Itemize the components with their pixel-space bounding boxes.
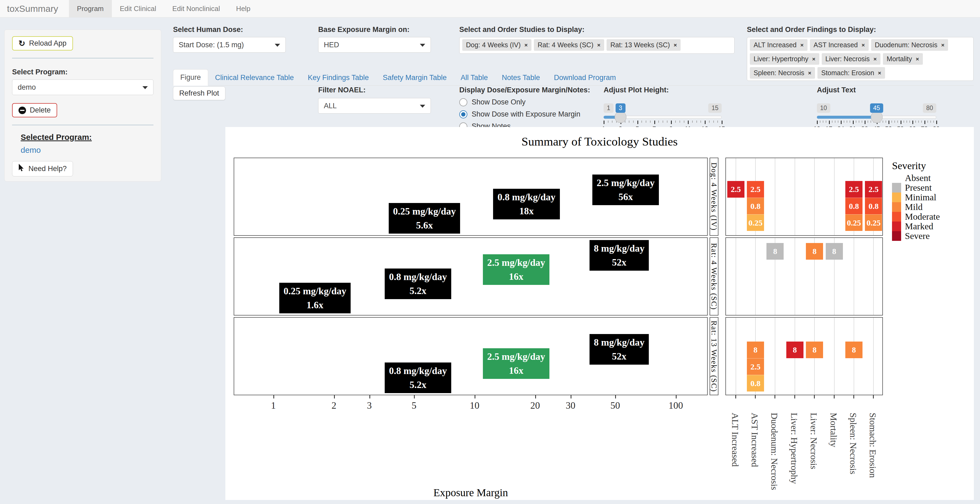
navbar-item-edit-nonclinical[interactable]: Edit Nonclinical [164,0,228,17]
tab-all-table[interactable]: All Table [453,70,495,86]
remove-tag-icon[interactable]: × [800,42,803,48]
navbar-item-help[interactable]: Help [228,0,258,17]
radio-icon[interactable] [459,110,467,118]
navbar-item-program[interactable]: Program [69,0,112,17]
finding-tag[interactable]: Duodenum: Necrosis× [871,39,948,51]
remove-tag-icon[interactable]: × [674,42,677,48]
findings-axis-tick [834,395,835,399]
slider-tick [844,121,844,123]
findings-axis-label: Liver: Hypertrophy [789,413,799,484]
dose-box-dose: 0.8 mg/kg/day [389,364,447,378]
gridline [873,317,874,395]
radio-dot-fill [461,112,465,116]
delete-program-button[interactable]: Delete [12,103,57,117]
radio-option[interactable]: Show Dose Only [459,98,599,106]
slider-tick [904,121,904,123]
slider-tick [697,121,697,123]
dose-box: 2.5 mg/kg/day16x [483,254,549,285]
remove-tag-icon[interactable]: × [861,42,865,48]
dose-box-margin: 52x [594,349,644,363]
severity-cell: 8 [845,341,862,358]
remove-tag-icon[interactable]: × [812,56,815,62]
remove-tag-icon[interactable]: × [597,42,600,48]
plot-title: Summary of Toxicology Studies [225,134,974,148]
human-dose-select[interactable]: Start Dose: (1.5 mg) [173,37,286,53]
severity-cell: 8 [747,341,764,358]
sidebar-divider-2 [12,125,153,125]
refresh-plot-button[interactable]: Refresh Plot [173,86,225,100]
slider-tick [637,121,638,124]
finding-tag[interactable]: ALT Increased× [750,39,808,51]
tab-safety-margin-table[interactable]: Safety Margin Table [376,70,453,86]
slider-tick [820,121,820,123]
findings-axis-label: Spleen: Necrosis [848,413,858,474]
slider-tick [688,121,689,124]
study-tag[interactable]: Rat: 4 Weeks (SC)× [534,39,604,51]
display-options-control: Display Dose/Exposure Margin/Notes: Show… [459,86,599,131]
slider-tick [838,121,838,123]
slider-tick [633,121,634,123]
dose-box: 0.8 mg/kg/day5.2x [385,362,451,393]
remove-tag-icon[interactable]: × [873,56,877,62]
tab-clinical-relevance-table[interactable]: Clinical Relevance Table [208,70,301,86]
remove-tag-icon[interactable]: × [916,56,919,62]
delete-label: Delete [30,106,51,114]
dose-box: 0.8 mg/kg/day18x [493,189,560,219]
need-help-button[interactable]: Need Help? [12,161,73,176]
study-tag[interactable]: Dog: 4 Weeks (IV)× [462,39,531,51]
remove-tag-icon[interactable]: × [941,42,944,48]
radio-icon[interactable] [459,98,467,106]
slider-handle[interactable] [871,111,883,123]
finding-tag[interactable]: Liver: Hypertrophy× [750,53,819,65]
base-margin-value: HED [324,41,339,49]
slider-tick [886,121,886,123]
finding-tag-label: AST Increased [814,41,858,49]
slider-tick [907,121,907,123]
severity-cell: 0.8 [747,198,764,214]
slider-tick [865,121,865,124]
navbar-item-edit-clinical[interactable]: Edit Clinical [112,0,164,17]
slider-tick [850,121,850,123]
base-margin-select[interactable]: HED [318,37,431,53]
dose-box-dose: 2.5 mg/kg/day [487,256,545,270]
dose-box-margin: 1.6x [283,298,346,312]
slider-tick [604,121,605,124]
radio-option[interactable]: Show Dose with Exposure Margin [459,110,599,118]
tab-key-findings-table[interactable]: Key Findings Table [301,70,376,86]
finding-tag[interactable]: Mortality× [883,53,923,65]
display-options-radio-group: Show Dose OnlyShow Dose with Exposure Ma… [459,98,599,131]
dose-box: 0.8 mg/kg/day5.2x [385,268,451,299]
dose-box-margin: 5.2x [389,284,447,298]
legend-title: Severity [892,160,926,172]
legend-swatch [892,183,901,193]
x-axis-tick [334,395,335,399]
gridline [834,317,835,395]
remove-tag-icon[interactable]: × [525,42,528,48]
severity-cell: 2.5 [747,181,764,198]
finding-tag-label: ALT Increased [754,41,797,49]
x-axis-tick-label: 30 [566,400,576,411]
tab-notes-table[interactable]: Notes Table [495,70,547,86]
slider-handle[interactable] [615,111,627,123]
slider-tick [841,121,842,124]
chevron-down-icon [420,44,425,47]
slider-tick [829,121,830,124]
slider-tick [928,121,928,123]
slider-tick [918,121,919,123]
studies-tag-input[interactable]: Dog: 4 Weeks (IV)×Rat: 4 Weeks (SC)×Rat:… [459,37,735,54]
legend-swatch [892,212,901,222]
refresh-plot-label: Refresh Plot [179,89,219,97]
tab-download-program[interactable]: Download Program [547,70,623,86]
filter-noael-select[interactable]: ALL [318,98,431,113]
slider-tick [671,121,672,124]
slider-tick [924,121,925,124]
finding-tag[interactable]: Liver: Necrosis× [822,53,881,65]
navbar-menu: ProgramEdit ClinicalEdit NonclinicalHelp [69,0,259,17]
slider-tick [910,121,910,123]
tab-figure[interactable]: Figure [173,69,208,86]
reload-app-button[interactable]: ↻ Reload App [12,36,73,51]
program-select[interactable]: demo [12,80,153,95]
study-tag[interactable]: Rat: 13 Weeks (SC)× [606,39,681,51]
finding-tag[interactable]: AST Increased× [810,39,869,51]
gridline [775,317,775,395]
